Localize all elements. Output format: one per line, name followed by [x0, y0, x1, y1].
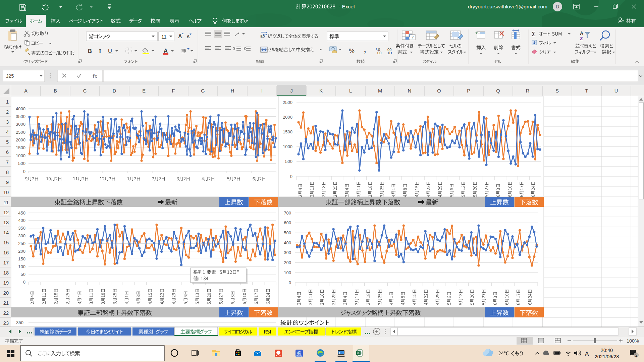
svg-text:300: 300	[284, 250, 291, 255]
svg-text:500: 500	[284, 230, 291, 235]
svg-text:C: C	[83, 88, 87, 94]
svg-text:dryyourtearswithlove1@gmail.co: dryyourtearswithlove1@gmail.com	[468, 4, 547, 9]
svg-text:menu: menu	[297, 355, 302, 357]
svg-text:I: I	[99, 48, 101, 54]
svg-text:S: S	[555, 88, 559, 94]
svg-text:A: A	[164, 48, 168, 54]
svg-text:R: R	[526, 88, 529, 94]
svg-text:O: O	[437, 88, 441, 94]
svg-text:Q: Q	[496, 88, 500, 94]
svg-text:≠: ≠	[411, 35, 414, 40]
svg-text:%: %	[349, 47, 355, 54]
svg-text:300: 300	[18, 233, 25, 238]
svg-text:B: B	[88, 48, 92, 54]
svg-text:F: F	[172, 88, 175, 94]
svg-text:400: 400	[284, 240, 291, 245]
svg-text:20:40: 20:40	[601, 348, 613, 353]
svg-text:250: 250	[18, 241, 25, 246]
svg-text:Z: Z	[580, 36, 583, 41]
svg-text:I: I	[261, 88, 263, 94]
svg-text:D: D	[113, 88, 116, 94]
svg-text:E: E	[142, 88, 146, 94]
svg-text:J25: J25	[6, 73, 14, 79]
svg-text:P: P	[467, 88, 470, 94]
svg-text:A: A	[24, 88, 28, 94]
svg-text:1500: 1500	[283, 129, 292, 134]
svg-text:1000: 1000	[16, 153, 25, 158]
svg-text:A: A	[178, 34, 182, 39]
svg-text:17: 17	[3, 260, 9, 265]
svg-text:L: L	[349, 88, 352, 94]
svg-text:200: 200	[284, 260, 291, 265]
svg-text:22: 22	[3, 310, 9, 316]
svg-text:14: 14	[3, 230, 9, 235]
svg-text:B: B	[54, 88, 57, 94]
svg-text:5: 5	[6, 139, 9, 145]
svg-text:D: D	[556, 4, 559, 9]
svg-text:10: 10	[3, 190, 9, 195]
svg-text:18: 18	[3, 270, 9, 276]
svg-text:H: H	[231, 88, 234, 94]
svg-text:7: 7	[6, 160, 9, 165]
svg-text:450: 450	[18, 210, 25, 216]
svg-text:50: 50	[21, 272, 25, 277]
svg-text:2: 2	[635, 353, 638, 358]
svg-text:11: 11	[161, 34, 167, 40]
svg-text:200: 200	[18, 249, 25, 254]
svg-text:,: ,	[364, 46, 366, 54]
svg-text:fx: fx	[93, 73, 98, 79]
svg-text:500: 500	[18, 161, 25, 166]
svg-text:100: 100	[284, 270, 291, 275]
svg-text:2: 2	[6, 109, 9, 115]
svg-text:350: 350	[16, 320, 23, 325]
svg-text:400: 400	[18, 218, 25, 223]
svg-text:Σ: Σ	[532, 31, 536, 38]
svg-text:A: A	[580, 31, 583, 36]
svg-text:4000: 4000	[16, 106, 25, 111]
svg-text:20: 20	[3, 290, 9, 296]
svg-text:1000: 1000	[283, 144, 292, 149]
svg-text:150: 150	[18, 256, 25, 261]
svg-text:100: 100	[18, 264, 25, 269]
svg-text:600: 600	[284, 220, 291, 225]
svg-text:700: 700	[284, 210, 291, 216]
svg-text:2500: 2500	[16, 130, 25, 135]
svg-text:J: J	[290, 88, 292, 94]
svg-text:3: 3	[6, 119, 9, 125]
svg-text:4: 4	[6, 129, 9, 135]
svg-text:2000: 2000	[16, 137, 25, 142]
svg-text:G: G	[201, 88, 205, 94]
svg-text:15: 15	[3, 240, 9, 245]
svg-text:ab: ab	[260, 34, 265, 39]
svg-text:11: 11	[4, 200, 9, 205]
svg-text:T: T	[585, 88, 588, 94]
svg-text:23: 23	[3, 320, 9, 326]
svg-text:19: 19	[3, 280, 9, 286]
svg-text:A: A	[186, 34, 190, 39]
svg-text:16: 16	[3, 250, 9, 255]
svg-text:0: 0	[23, 280, 25, 285]
svg-text:21: 21	[3, 300, 9, 306]
svg-text:2500: 2500	[283, 100, 292, 105]
svg-text:U: U	[108, 48, 112, 54]
svg-text:3000: 3000	[16, 122, 25, 127]
svg-text:0: 0	[289, 280, 291, 285]
svg-text:A: A	[585, 351, 589, 357]
svg-text:2021/06/28: 2021/06/28	[595, 354, 619, 359]
svg-text:500: 500	[285, 159, 292, 164]
svg-text:6: 6	[6, 149, 9, 155]
svg-text:12: 12	[3, 210, 9, 215]
svg-text:0: 0	[23, 169, 25, 174]
svg-text:9: 9	[6, 180, 9, 185]
svg-text:.0: .0	[387, 51, 390, 55]
svg-text:K: K	[319, 88, 323, 94]
svg-text:1: 1	[6, 99, 9, 105]
svg-text:350: 350	[18, 226, 25, 231]
svg-text:0: 0	[290, 174, 292, 179]
svg-text:M: M	[378, 88, 382, 94]
svg-text:2000: 2000	[283, 115, 292, 120]
svg-text:1500: 1500	[16, 145, 25, 150]
svg-text:8: 8	[6, 170, 9, 175]
svg-text:3500: 3500	[16, 114, 25, 119]
svg-text:13: 13	[3, 220, 9, 225]
